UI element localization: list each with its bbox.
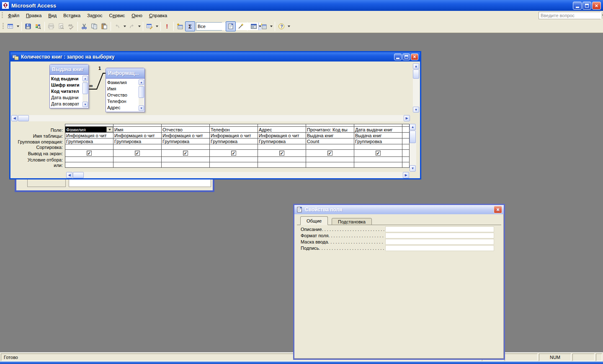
properties-button[interactable] [226, 21, 236, 31]
qbe-field-cell[interactable]: Адрес [258, 127, 306, 133]
qbe-criteria-cell[interactable] [113, 157, 162, 162]
scroll-right-icon[interactable]: ▶ [404, 115, 410, 121]
qbe-table-cell[interactable]: Выдача книг [354, 133, 402, 138]
redo-caret[interactable] [137, 21, 142, 31]
dialog-titlebar[interactable]: Свойства поля × [294, 205, 504, 214]
table-card-2[interactable]: Информац...ФамилияИмяОтчествоТелефонАдре… [106, 68, 145, 112]
property-input[interactable] [385, 226, 494, 232]
qbe-group-cell[interactable]: Группировка [113, 138, 162, 144]
table-field[interactable]: Шифр книги [51, 82, 82, 88]
query-close-button[interactable]: × [411, 54, 418, 60]
qbe-show-cell[interactable]: ✓ [258, 150, 306, 157]
qbe-group-cell[interactable]: Группировка [162, 138, 210, 144]
scroll-up-icon[interactable]: ▲ [413, 63, 419, 69]
cut-button[interactable] [79, 21, 89, 31]
diagram-hscrollbar[interactable]: ◀ ▶ [11, 115, 410, 121]
table-field[interactable]: Код выдачи [51, 76, 82, 82]
table-card-1[interactable]: Выдача книгКод выдачиШифр книгиКод читат… [49, 64, 89, 108]
tab-general[interactable]: Общие [300, 216, 328, 225]
show-checkbox[interactable]: ✓ [376, 151, 381, 156]
query-type-button[interactable] [144, 21, 155, 31]
view-design-caret[interactable] [15, 21, 20, 31]
undo-caret[interactable] [122, 21, 127, 31]
qbe-sort-cell[interactable] [258, 144, 306, 150]
table-card-scrollbar[interactable]: ▲▼ [82, 76, 88, 107]
qbe-group-cell[interactable]: Группировка [258, 138, 306, 144]
qbe-sort-cell[interactable] [210, 144, 258, 150]
show-table-button[interactable] [175, 21, 185, 31]
qbe-or-cell[interactable] [258, 162, 306, 168]
show-checkbox[interactable]: ✓ [279, 151, 284, 156]
undo-button[interactable] [112, 21, 122, 31]
qbe-or-cell[interactable] [162, 162, 210, 168]
toolbar-grip[interactable] [3, 23, 4, 30]
scroll-up-icon[interactable]: ▲ [82, 76, 88, 81]
menu-item-view[interactable]: Вид [45, 12, 60, 19]
file-search-button[interactable] [33, 21, 43, 31]
qbe-or-cell[interactable] [354, 162, 402, 168]
dialog-close-button[interactable]: × [494, 206, 502, 213]
qbe-table-cell[interactable]: Информация о чит [210, 133, 258, 138]
qbe-group-cell[interactable]: Группировка [65, 138, 113, 144]
diagram-hscroll-thumb[interactable] [18, 115, 29, 121]
spelling-button[interactable]: АБ [66, 21, 76, 31]
scroll-down-icon[interactable]: ▼ [139, 105, 144, 111]
run-button[interactable]: ! [162, 21, 172, 31]
scroll-left-icon[interactable]: ◀ [66, 172, 72, 178]
table-field[interactable]: Имя [107, 86, 138, 92]
table-field[interactable]: Фамилия [107, 79, 138, 86]
save-button[interactable] [23, 21, 33, 31]
field-dropdown-button[interactable] [106, 127, 113, 132]
query-minimize-button[interactable] [394, 54, 402, 60]
qbe-field-selected[interactable]: Фамилия [65, 127, 113, 132]
qbe-criteria-cell[interactable] [306, 157, 354, 162]
menu-item-help[interactable]: Справка [146, 12, 170, 19]
qbe-table-cell[interactable]: Выдача книг [306, 133, 354, 138]
view-design-button[interactable] [5, 21, 15, 31]
restore-button[interactable] [582, 2, 591, 10]
help-caret[interactable] [286, 21, 291, 31]
scroll-up-icon[interactable]: ▲ [410, 124, 416, 130]
qbe-field-cell[interactable]: Фамилия [65, 127, 113, 133]
menu-item-query[interactable]: Запрос [84, 12, 106, 19]
scroll-down-icon[interactable]: ▼ [413, 107, 419, 113]
qbe-sort-cell[interactable] [113, 144, 162, 150]
show-checkbox[interactable]: ✓ [87, 151, 92, 156]
print-preview-button[interactable] [56, 21, 66, 31]
diagram-vscrollbar[interactable]: ▲ ▼ [413, 63, 419, 113]
show-checkbox[interactable]: ✓ [183, 151, 188, 156]
copy-button[interactable] [89, 21, 99, 31]
qbe-field-cell[interactable]: Имя [113, 127, 162, 133]
scroll-thumb[interactable] [139, 86, 144, 98]
qbe-field-cell[interactable]: Прочитано: Код вы [306, 127, 354, 133]
menu-item-tools[interactable]: Сервис [106, 12, 129, 19]
qbe-show-cell[interactable]: ✓ [162, 150, 210, 157]
table-field[interactable]: Дата возврат [51, 101, 82, 107]
database-window-button[interactable] [249, 21, 259, 31]
qbe-table-cell[interactable]: Информация о чит [162, 133, 210, 138]
scroll-up-icon[interactable]: ▲ [139, 79, 144, 85]
close-button[interactable]: × [592, 2, 601, 10]
query-maximize-button[interactable] [402, 54, 410, 60]
grid-vscroll-thumb[interactable] [410, 131, 416, 143]
show-checkbox[interactable]: ✓ [327, 151, 332, 156]
menu-item-insert[interactable]: Вставка [60, 12, 84, 19]
ask-question-input[interactable] [539, 12, 602, 19]
query-type-caret[interactable] [155, 21, 159, 31]
qbe-table-cell[interactable]: Информация о чит [113, 133, 162, 138]
menu-item-window[interactable]: Окно [128, 12, 146, 19]
grid-hscroll-thumb[interactable] [73, 172, 84, 178]
new-object-button[interactable] [259, 21, 269, 31]
table-field[interactable]: Отчество [107, 92, 138, 98]
qbe-group-cell[interactable]: Группировка [354, 138, 402, 144]
qbe-or-cell[interactable] [306, 162, 354, 168]
qbe-group-cell[interactable]: Группировка [210, 138, 258, 144]
qbe-group-cell[interactable]: Count [306, 138, 354, 144]
qbe-table-cell[interactable]: Информация о чит [65, 133, 113, 138]
qbe-show-cell[interactable]: ✓ [65, 150, 113, 157]
qbe-show-cell[interactable]: ✓ [306, 150, 354, 157]
table-card-scrollbar[interactable]: ▲▼ [139, 79, 144, 111]
query-window-titlebar[interactable]: Количество книг : запрос на выборку × [10, 52, 420, 62]
qbe-or-cell[interactable] [113, 162, 162, 168]
qbe-sort-cell[interactable] [162, 144, 210, 150]
